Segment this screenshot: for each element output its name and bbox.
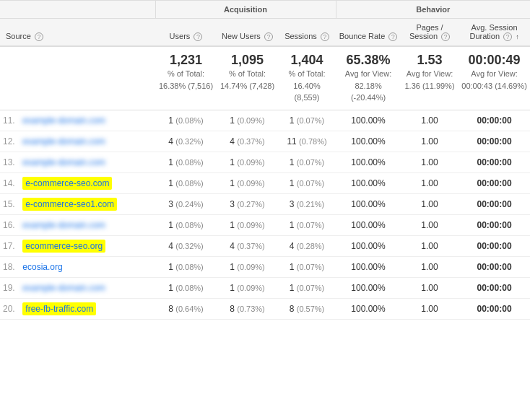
table-row: 11. example-domain.com 1 (0.08%) 1 (0.09… <box>0 110 530 131</box>
totals-row: 1,231 % of Total: 16.38% (7,516) 1,095 %… <box>0 46 530 110</box>
group-header-row: Acquisition Behavior <box>0 1 530 19</box>
newusers-cell: 8 (0.73%) <box>217 298 278 319</box>
source-cell: 12. example-domain.com <box>0 131 155 152</box>
newusers-cell: 1 (0.09%) <box>217 214 278 235</box>
pages-cell: 1.00 <box>401 298 459 319</box>
analytics-table: Acquisition Behavior Source ? Users ? Ne… <box>0 0 530 320</box>
sessions-cell: 1 (0.07%) <box>278 172 336 193</box>
row-number: 15. <box>3 199 17 209</box>
bouncerate-cell: 100.00% <box>336 277 401 298</box>
sessions-help-icon[interactable]: ? <box>321 32 329 41</box>
table-row: 17. ecommerce-seo.org 4 (0.32%) 4 (0.37%… <box>0 235 530 256</box>
users-cell: 1 (0.08%) <box>155 277 217 298</box>
col-users: Users ? <box>155 19 217 47</box>
totals-sessions: 1,404 % of Total: 16.40% (8,559) <box>278 46 336 110</box>
table-row: 14. e-commerce-seo.com 1 (0.08%) 1 (0.09… <box>0 172 530 193</box>
bouncerate-cell: 100.00% <box>336 298 401 319</box>
newusers-cell: 1 (0.09%) <box>217 277 278 298</box>
users-help-icon[interactable]: ? <box>194 32 202 41</box>
col-bouncerate: Bounce Rate ? <box>336 19 401 47</box>
pages-cell: 1.00 <box>401 172 459 193</box>
col-sessions: Sessions ? <box>278 19 336 47</box>
table-row: 16. example-domain.com 1 (0.08%) 1 (0.09… <box>0 214 530 235</box>
bouncerate-help-icon[interactable]: ? <box>388 32 397 41</box>
pages-help-icon[interactable]: ? <box>441 32 450 41</box>
table-row: 12. example-domain.com 4 (0.32%) 4 (0.37… <box>0 131 530 152</box>
pages-cell: 1.00 <box>401 277 459 298</box>
row-number: 17. <box>3 241 17 251</box>
sessions-cell: 1 (0.07%) <box>278 256 336 277</box>
table-row: 13. example-domain.com 1 (0.08%) 1 (0.09… <box>0 152 530 172</box>
source-link[interactable]: ecommerce-seo.org <box>22 240 105 253</box>
totals-users: 1,231 % of Total: 16.38% (7,516) <box>155 46 217 110</box>
totals-avgsession: 00:00:49 Avg for View: 00:00:43 (14.69%) <box>459 46 530 110</box>
source-cell: 17. ecommerce-seo.org <box>0 235 155 256</box>
users-cell: 4 (0.32%) <box>155 235 217 256</box>
sessions-cell: 4 (0.28%) <box>278 235 336 256</box>
source-group-header <box>0 1 155 19</box>
row-number: 19. <box>3 283 17 293</box>
totals-source <box>0 46 155 110</box>
sessions-cell: 3 (0.21%) <box>278 193 336 214</box>
users-cell: 1 (0.08%) <box>155 152 217 172</box>
highlighted-source: ecommerce-seo.org <box>22 240 105 253</box>
table-row: 19. example-domain.com 1 (0.08%) 1 (0.09… <box>0 277 530 298</box>
col-source: Source ? <box>0 19 155 47</box>
pages-cell: 1.00 <box>401 214 459 235</box>
pages-cell: 1.00 <box>401 110 459 131</box>
pages-cell: 1.00 <box>401 131 459 152</box>
newusers-cell: 1 (0.09%) <box>217 110 278 131</box>
source-cell: 20. free-fb-traffic.com <box>0 298 155 319</box>
avgsession-cell: 00:00:00 <box>459 235 530 256</box>
table-row: 18. ecosia.org 1 (0.08%) 1 (0.09%) 1 (0.… <box>0 256 530 277</box>
bouncerate-cell: 100.00% <box>336 152 401 172</box>
highlighted-source: e-commerce-seo.com <box>22 177 112 190</box>
bouncerate-cell: 100.00% <box>336 172 401 193</box>
source-link[interactable]: e-commerce-seo1.com <box>22 198 117 211</box>
row-number: 18. <box>3 262 17 272</box>
users-cell: 4 (0.32%) <box>155 131 217 152</box>
behavior-group-header: Behavior <box>336 1 530 19</box>
row-number: 14. <box>3 178 17 188</box>
avgsession-cell: 00:00:00 <box>459 193 530 214</box>
pages-cell: 1.00 <box>401 193 459 214</box>
source-link[interactable]: ecosia.org <box>22 262 62 272</box>
source-cell: 13. example-domain.com <box>0 152 155 172</box>
blurred-source: example-domain.com <box>22 220 105 230</box>
newusers-cell: 3 (0.27%) <box>217 193 278 214</box>
blurred-source: example-domain.com <box>22 157 105 167</box>
blurred-source: example-domain.com <box>22 136 105 146</box>
totals-bouncerate: 65.38% Avg for View: 82.18% (-20.44%) <box>336 46 401 110</box>
users-cell: 3 (0.24%) <box>155 193 217 214</box>
source-link[interactable]: free-fb-traffic.com <box>22 302 96 315</box>
bouncerate-cell: 100.00% <box>336 256 401 277</box>
sessions-cell: 1 (0.07%) <box>278 110 336 131</box>
avgsession-cell: 00:00:00 <box>459 298 530 319</box>
avgsession-cell: 00:00:00 <box>459 214 530 235</box>
blurred-source: example-domain.com <box>22 115 105 126</box>
source-link[interactable]: e-commerce-seo.com <box>22 177 112 190</box>
sessions-cell: 1 (0.07%) <box>278 277 336 298</box>
row-number: 12. <box>3 136 17 146</box>
bouncerate-cell: 100.00% <box>336 193 401 214</box>
sessions-cell: 8 (0.57%) <box>278 298 336 319</box>
sort-icon: ↑ <box>516 33 519 40</box>
bouncerate-cell: 100.00% <box>336 131 401 152</box>
highlighted-source: e-commerce-seo1.com <box>22 198 117 211</box>
users-cell: 1 (0.08%) <box>155 214 217 235</box>
avgsession-help-icon[interactable]: ? <box>503 32 512 41</box>
newusers-cell: 1 (0.09%) <box>217 172 278 193</box>
bouncerate-cell: 100.00% <box>336 110 401 131</box>
col-pages: Pages / Session ? <box>401 19 459 47</box>
col-avgsession: Avg. Session Duration ? ↑ <box>459 19 530 47</box>
sessions-cell: 1 (0.07%) <box>278 152 336 172</box>
pages-cell: 1.00 <box>401 256 459 277</box>
acquisition-group-header: Acquisition <box>155 1 336 19</box>
row-number: 11. <box>3 115 17 126</box>
source-help-icon[interactable]: ? <box>35 32 43 41</box>
avgsession-cell: 00:00:00 <box>459 256 530 277</box>
table-row: 20. free-fb-traffic.com 8 (0.64%) 8 (0.7… <box>0 298 530 319</box>
newusers-cell: 1 (0.09%) <box>217 256 278 277</box>
row-number: 13. <box>3 157 17 167</box>
newusers-help-icon[interactable]: ? <box>264 32 273 41</box>
